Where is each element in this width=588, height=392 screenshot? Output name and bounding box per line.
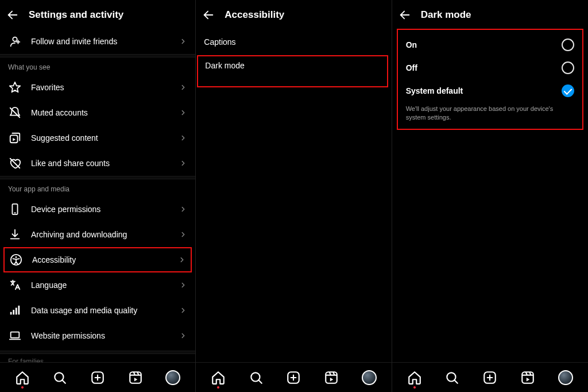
chevron-right-icon (179, 83, 187, 91)
chevron-right-icon (179, 37, 187, 45)
reels-icon (128, 370, 143, 385)
nav-profile[interactable] (163, 368, 183, 387)
nav-create[interactable] (480, 368, 500, 387)
phone-icon (8, 202, 22, 216)
row-label: Data usage and media quality (31, 306, 170, 315)
svg-line-32 (258, 380, 261, 383)
helper-text: We'll adjust your appearance based on yo… (398, 102, 582, 128)
row-label: Website permissions (31, 331, 170, 340)
pane-settings: Settings and activity Follow and invite … (0, 0, 196, 392)
svg-rect-18 (18, 306, 20, 315)
nav-create[interactable] (284, 368, 303, 387)
bell-off-icon (8, 106, 22, 120)
play-collection-icon (8, 131, 22, 145)
svg-marker-29 (134, 378, 137, 382)
section-for-families: For families (0, 354, 195, 362)
search-icon (249, 370, 264, 385)
row-likeshare[interactable]: Like and share counts (0, 151, 195, 176)
row-device-permissions[interactable]: Device permissions (0, 197, 195, 222)
row-archiving[interactable]: Archiving and downloading (0, 222, 195, 247)
nav-reels[interactable] (126, 368, 145, 387)
chevron-right-icon (179, 159, 187, 167)
row-label: Suggested content (31, 133, 170, 143)
back-button[interactable] (6, 8, 20, 22)
row-label: Archiving and downloading (31, 230, 170, 239)
notification-dot-icon (413, 386, 416, 389)
row-label: Favorites (31, 83, 170, 92)
reels-icon (324, 370, 339, 385)
radio-system-default[interactable]: System default (398, 79, 582, 102)
plus-square-icon (286, 370, 301, 385)
nav-profile[interactable] (556, 368, 575, 387)
row-website-permissions[interactable]: Website permissions (0, 323, 195, 348)
radio-label: Off (406, 63, 417, 72)
back-button[interactable] (398, 8, 412, 22)
signal-bars-icon (8, 303, 22, 317)
nav-reels[interactable] (518, 368, 537, 387)
chevron-right-icon (179, 134, 187, 142)
page-title: Settings and activity (29, 9, 123, 21)
bottom-nav (0, 362, 195, 392)
nav-home[interactable] (13, 368, 32, 387)
row-accessibility[interactable]: Accessibility (3, 247, 192, 272)
nav-home[interactable] (405, 368, 424, 387)
radio-icon (562, 39, 574, 51)
svg-rect-47 (522, 372, 533, 383)
radio-label: System default (406, 86, 463, 95)
nav-create[interactable] (88, 368, 107, 387)
heart-off-icon (8, 156, 22, 170)
chevron-right-icon (179, 332, 187, 340)
row-dark-mode[interactable]: Dark mode (197, 55, 388, 87)
avatar-icon (362, 370, 377, 385)
svg-rect-19 (11, 332, 20, 338)
radio-checked-icon (562, 84, 574, 97)
row-label: Language (31, 280, 170, 290)
row-suggested[interactable]: Suggested content (0, 125, 195, 151)
nav-search[interactable] (442, 368, 462, 387)
svg-point-14 (16, 256, 17, 258)
svg-point-1 (13, 37, 17, 41)
svg-marker-7 (13, 138, 16, 141)
row-favorites[interactable]: Favorites (0, 75, 195, 100)
arrow-left-icon (202, 9, 215, 21)
header: Accessibility (196, 0, 391, 29)
nav-profile[interactable] (359, 368, 379, 387)
row-data-usage[interactable]: Data usage and media quality (0, 298, 195, 323)
row-follow-invite[interactable]: Follow and invite friends (0, 29, 195, 54)
header: Settings and activity (0, 0, 195, 29)
chevron-right-icon (179, 109, 187, 117)
svg-rect-36 (326, 372, 337, 383)
avatar-icon (165, 370, 180, 385)
radio-on[interactable]: On (398, 33, 582, 56)
chevron-right-icon (179, 205, 187, 213)
download-icon (8, 228, 22, 241)
back-button[interactable] (202, 8, 215, 22)
plus-square-icon (90, 370, 105, 385)
radio-off[interactable]: Off (398, 56, 582, 79)
nav-search[interactable] (246, 368, 266, 387)
arrow-left-icon (6, 9, 19, 21)
chevron-right-icon (179, 230, 187, 239)
nav-reels[interactable] (322, 368, 341, 387)
reels-icon (520, 370, 535, 385)
svg-marker-4 (10, 82, 20, 92)
row-muted[interactable]: Muted accounts (0, 100, 195, 125)
row-captions[interactable]: Captions (196, 29, 391, 55)
nav-search[interactable] (50, 368, 69, 387)
svg-line-21 (63, 380, 65, 383)
settings-scroll: Follow and invite friends What you see F… (0, 29, 195, 362)
row-label: Dark mode (205, 56, 378, 70)
svg-rect-15 (10, 312, 12, 315)
row-label: Follow and invite friends (31, 37, 170, 46)
nav-home[interactable] (208, 368, 228, 387)
arrow-left-icon (399, 9, 411, 21)
header: Dark mode (392, 0, 588, 29)
row-label: Device permissions (31, 205, 170, 214)
translate-icon (8, 278, 22, 292)
row-language[interactable]: Language (0, 272, 195, 298)
row-label: Accessibility (32, 255, 169, 264)
svg-rect-16 (13, 310, 14, 314)
notification-dot-icon (21, 386, 24, 389)
radio-icon (562, 62, 574, 74)
avatar-icon (558, 370, 573, 385)
